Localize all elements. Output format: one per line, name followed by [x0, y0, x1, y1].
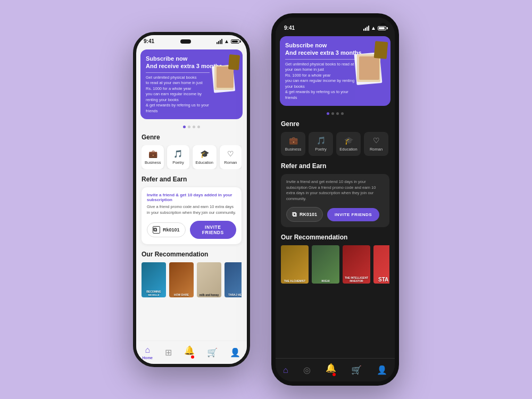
genre-title-dark: Genre: [281, 120, 389, 128]
banner-body-dark: Get unlimited physical books to read at …: [285, 62, 355, 101]
recommendation-section-dark: Our Recommendation THE ALCHEMIST IKIGAI …: [276, 230, 395, 287]
book-taraj-text: TARAJ HENS: [227, 292, 242, 297]
nav-bell-light[interactable]: 🔔: [184, 345, 195, 360]
refer-actions-light: ⧉ Rk0101 INVITE FRIENDS: [147, 221, 236, 239]
business-icon-dark: 💼: [289, 136, 298, 145]
copy-icon-dark: ⧉: [292, 211, 297, 218]
genre-business-label-light: Business: [145, 160, 161, 165]
nav-bell-dark[interactable]: 🔔: [326, 363, 336, 377]
bottom-nav-light: ⌂ Home ⊞ 🔔 🛒 👤: [136, 340, 247, 364]
genre-romance-dark[interactable]: ♡ Roman: [364, 132, 388, 156]
notification-dot-light: [191, 355, 194, 359]
invite-btn-light[interactable]: INVITE FRIENDS: [190, 221, 236, 239]
refer-body-light: Give a friend promo code and earn 10 ext…: [147, 204, 236, 215]
bell-icon-dark: 🔔: [326, 363, 336, 373]
bottom-nav-dark: ⌂ ◎ 🔔 🛒 👤: [276, 358, 395, 381]
refer-title-dark: Refer and Earn: [281, 162, 389, 170]
home-icon-light: ⌂: [145, 345, 150, 355]
nav-home-light[interactable]: ⌂ Home: [143, 345, 153, 360]
battery-icon-light: [231, 39, 239, 44]
status-icons-light: ▲: [217, 38, 239, 44]
dots-indicator-dark: [276, 110, 395, 117]
dot-d4: [341, 112, 344, 115]
genre-education-light[interactable]: 🎓 Education: [193, 145, 217, 169]
phone-light: 9:41 ▲: [133, 32, 250, 367]
refer-highlight-light: Invite a friend & get 10 days added in y…: [147, 193, 236, 202]
battery-icon-dark: [378, 26, 386, 30]
dot-d2: [331, 112, 334, 115]
dot-1: [183, 126, 186, 128]
status-bar-light: 9:41 ▲: [136, 35, 247, 45]
time-dark: 9:41: [284, 25, 295, 31]
refer-actions-dark: ⧉ RK0101 INVITE FRIENDS: [286, 207, 384, 222]
refer-card-light: Invite a friend & get 10 days added in y…: [142, 187, 242, 244]
banner-books-dark: [353, 41, 387, 84]
nav-home-dark[interactable]: ⌂: [283, 365, 288, 375]
book-intelligent[interactable]: THE INTELLIGENT INVESTOR: [343, 245, 370, 284]
screen-content-dark: Subscribe now And receive extra 3 months…: [276, 32, 395, 358]
dot-4: [197, 126, 200, 128]
genre-romance-light[interactable]: ♡ Roman: [220, 145, 242, 169]
genre-poetry-dark[interactable]: 🎵 Poetry: [309, 132, 333, 156]
genre-education-dark[interactable]: 🎓 Education: [336, 132, 361, 156]
battery-fill-light: [232, 40, 238, 43]
signal-bar-d3: [367, 27, 368, 31]
nav-cart-light[interactable]: 🛒: [207, 347, 218, 358]
genre-poetry-light[interactable]: 🎵 Poetry: [167, 145, 189, 169]
book-howdare[interactable]: HOW DARE: [169, 262, 194, 297]
promo-code-dark[interactable]: ⧉ RK0101: [286, 207, 323, 222]
genre-business-dark[interactable]: 💼 Business: [281, 132, 305, 156]
nav-profile-dark[interactable]: 👤: [377, 365, 387, 375]
cart-icon-light: 🛒: [207, 347, 218, 358]
profile-icon-dark: 👤: [377, 365, 387, 375]
refer-title-light: Refer and Earn: [142, 176, 242, 183]
book-intelligent-text: THE INTELLIGENT INVESTOR: [343, 275, 370, 284]
invite-btn-dark[interactable]: INVITE FRIENDS: [327, 208, 379, 221]
screen-content-light: Subscribe now And receive extra 3 months…: [136, 45, 247, 340]
refer-section-dark: Refer and Earn Invite a friend and get e…: [276, 159, 395, 230]
book-taraj[interactable]: TARAJ HENS: [225, 262, 242, 297]
book-alchemist[interactable]: THE ALCHEMIST: [281, 245, 309, 284]
education-icon-dark: 🎓: [344, 136, 353, 145]
signal-bars-dark: [363, 26, 369, 31]
battery-fill-dark: [379, 27, 385, 29]
nav-discover-dark[interactable]: ◎: [303, 365, 311, 375]
dots-indicator-light: [136, 123, 247, 130]
home-icon-dark: ⌂: [283, 365, 288, 375]
genre-romance-label-light: Roman: [224, 160, 237, 165]
genre-grid-dark: 💼 Business 🎵 Poetry 🎓 Education ♡: [281, 132, 389, 156]
book-alchemist-text: THE ALCHEMIST: [283, 278, 306, 284]
book-milkhoney-text: milk and honey: [198, 292, 220, 297]
dot-2: [188, 126, 190, 128]
banner-light[interactable]: Subscribe now And receive extra 3 months…: [140, 49, 243, 119]
banner-dark[interactable]: Subscribe now And receive extra 3 months…: [280, 36, 390, 106]
nav-profile-light[interactable]: 👤: [230, 347, 240, 358]
signal-bar-d2: [365, 28, 366, 31]
promo-code-light[interactable]: ⧉ Rk0101: [147, 222, 186, 237]
banner-divider-light: [146, 72, 210, 73]
refer-section-light: Refer and Earn Invite a friend & get 10 …: [136, 172, 247, 247]
books-row-light: BECOMINGMICHELLE HOW DARE milk and honey…: [142, 262, 242, 297]
genre-business-light[interactable]: 💼 Business: [142, 145, 164, 169]
book-becoming[interactable]: BECOMINGMICHELLE: [142, 262, 166, 297]
poetry-icon-light: 🎵: [173, 149, 182, 158]
refer-body-dark: Invite a friend and get extend 10 days i…: [286, 179, 384, 202]
education-icon-light: 🎓: [200, 149, 209, 158]
cart-icon-dark: 🛒: [351, 365, 362, 375]
copy-icon-light: ⧉: [153, 226, 160, 234]
book-stay[interactable]: STA WI: [373, 245, 389, 284]
refer-card-dark: Invite a friend and get extend 10 days i…: [281, 174, 389, 227]
dot-d3: [336, 112, 339, 115]
book-becoming-text: BECOMINGMICHELLE: [145, 289, 162, 297]
recommendation-section-light: Our Recommendation BECOMINGMICHELLE HOW …: [136, 247, 247, 301]
genre-education-label-dark: Education: [339, 147, 357, 152]
discover-icon-dark: ◎: [303, 365, 311, 375]
nav-cart-dark[interactable]: 🛒: [351, 365, 362, 375]
book-milkhoney[interactable]: milk and honey: [197, 262, 221, 297]
signal-bar-d1: [363, 29, 364, 31]
banner-body-light: Get unlimited physical books to read at …: [146, 75, 210, 114]
business-icon-light: 💼: [148, 149, 157, 158]
nav-grid-light[interactable]: ⊞: [165, 347, 172, 358]
genre-section-light: Genre 💼 Business 🎵 Poetry 🎓 Education: [136, 130, 247, 172]
book-ikigai[interactable]: IKIGAI: [312, 245, 339, 284]
